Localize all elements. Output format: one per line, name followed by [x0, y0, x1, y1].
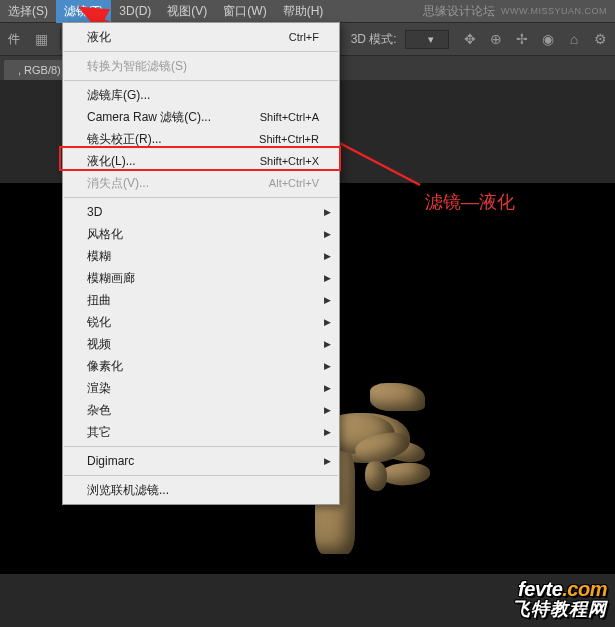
menu-item-label: 3D [87, 205, 319, 219]
mode-select[interactable]: ▾ [405, 30, 449, 49]
menu-blur-submenu[interactable]: 模糊▶ [63, 245, 339, 267]
home-icon[interactable]: ⌂ [563, 28, 585, 50]
menu-video-submenu[interactable]: 视频▶ [63, 333, 339, 355]
menubar: 选择(S) 滤镜(T) 3D(D) 视图(V) 窗口(W) 帮助(H) 思缘设计… [0, 0, 615, 22]
menu-item-shortcut: Shift+Ctrl+R [259, 133, 319, 145]
move-icon[interactable]: ✢ [511, 28, 533, 50]
chevron-right-icon: ▶ [324, 339, 331, 349]
chevron-right-icon: ▶ [324, 295, 331, 305]
menu-3d-submenu[interactable]: 3D▶ [63, 201, 339, 223]
chevron-right-icon: ▶ [324, 229, 331, 239]
menu-3d[interactable]: 3D(D) [111, 1, 159, 21]
menu-convert-smart-filter[interactable]: 转换为智能滤镜(S) [63, 55, 339, 77]
menu-filter-gallery[interactable]: 滤镜库(G)... [63, 84, 339, 106]
toolbar-partial-label: 件 [4, 31, 24, 48]
menu-separator [64, 51, 338, 52]
menu-noise-submenu[interactable]: 杂色▶ [63, 399, 339, 421]
menu-blur-gallery-submenu[interactable]: 模糊画廊▶ [63, 267, 339, 289]
menu-browse-online[interactable]: 浏览联机滤镜... [63, 479, 339, 501]
pan-icon[interactable]: ⊕ [485, 28, 507, 50]
menu-item-label: 锐化 [87, 314, 319, 331]
separator [60, 28, 61, 50]
chevron-right-icon: ▶ [324, 207, 331, 217]
mode-label: 3D 模式: [351, 31, 399, 48]
menu-item-label: 杂色 [87, 402, 319, 419]
menu-separator [64, 80, 338, 81]
grid-icon[interactable]: ▦ [30, 28, 52, 50]
menu-last-filter[interactable]: 液化 Ctrl+F [63, 26, 339, 48]
chevron-right-icon: ▶ [324, 251, 331, 261]
menu-item-label: 转换为智能滤镜(S) [87, 58, 319, 75]
menu-item-label: 其它 [87, 424, 319, 441]
menu-other-submenu[interactable]: 其它▶ [63, 421, 339, 443]
menu-item-label: 液化(L)... [87, 153, 260, 170]
menu-item-label: 视频 [87, 336, 319, 353]
chevron-right-icon: ▶ [324, 456, 331, 466]
watermark-line2: 飞特教程网 [512, 597, 607, 621]
menu-item-label: Digimarc [87, 454, 319, 468]
menu-item-label: 渲染 [87, 380, 319, 397]
menu-item-shortcut: Ctrl+F [289, 31, 319, 43]
menu-item-label: 模糊 [87, 248, 319, 265]
forum-url: WWW.MISSYUAN.COM [501, 6, 607, 16]
menu-item-label: 风格化 [87, 226, 319, 243]
menu-item-label: 滤镜库(G)... [87, 87, 319, 104]
menu-separator [64, 475, 338, 476]
chevron-right-icon: ▶ [324, 361, 331, 371]
chevron-right-icon: ▶ [324, 273, 331, 283]
menu-item-label: 扭曲 [87, 292, 319, 309]
menu-item-label: 镜头校正(R)... [87, 131, 259, 148]
chevron-right-icon: ▶ [324, 383, 331, 393]
menu-item-shortcut: Alt+Ctrl+V [269, 177, 319, 189]
menu-vanishing-point[interactable]: 消失点(V)... Alt+Ctrl+V [63, 172, 339, 194]
menu-digimarc-submenu[interactable]: Digimarc▶ [63, 450, 339, 472]
menu-filter[interactable]: 滤镜(T) [56, 0, 111, 23]
look-icon[interactable]: ◉ [537, 28, 559, 50]
menu-item-label: 液化 [87, 29, 289, 46]
menu-select[interactable]: 选择(S) [0, 0, 56, 23]
forum-name: 思缘设计论坛 [423, 3, 495, 20]
menu-item-label: Camera Raw 滤镜(C)... [87, 109, 260, 126]
chevron-right-icon: ▶ [324, 317, 331, 327]
menu-item-label: 消失点(V)... [87, 175, 269, 192]
menu-separator [64, 446, 338, 447]
chevron-right-icon: ▶ [324, 405, 331, 415]
menu-render-submenu[interactable]: 渲染▶ [63, 377, 339, 399]
menu-separator [64, 197, 338, 198]
menu-help[interactable]: 帮助(H) [275, 0, 332, 23]
menu-pixelate-submenu[interactable]: 像素化▶ [63, 355, 339, 377]
menu-item-label: 模糊画廊 [87, 270, 319, 287]
menu-window[interactable]: 窗口(W) [215, 0, 274, 23]
menu-sharpen-submenu[interactable]: 锐化▶ [63, 311, 339, 333]
menu-camera-raw[interactable]: Camera Raw 滤镜(C)... Shift+Ctrl+A [63, 106, 339, 128]
menu-stylize-submenu[interactable]: 风格化▶ [63, 223, 339, 245]
orbit-icon[interactable]: ✥ [459, 28, 481, 50]
watermark: fevte.com 飞特教程网 [512, 578, 607, 621]
gear-icon[interactable]: ⚙ [589, 28, 611, 50]
menu-item-label: 浏览联机滤镜... [87, 482, 319, 499]
filter-dropdown: 液化 Ctrl+F 转换为智能滤镜(S) 滤镜库(G)... Camera Ra… [62, 22, 340, 505]
menu-distort-submenu[interactable]: 扭曲▶ [63, 289, 339, 311]
menu-liquify[interactable]: 液化(L)... Shift+Ctrl+X [63, 150, 339, 172]
chevron-right-icon: ▶ [324, 427, 331, 437]
annotation-text: 滤镜—液化 [425, 190, 515, 214]
menu-item-shortcut: Shift+Ctrl+A [260, 111, 319, 123]
menu-lens-correction[interactable]: 镜头校正(R)... Shift+Ctrl+R [63, 128, 339, 150]
menu-item-shortcut: Shift+Ctrl+X [260, 155, 319, 167]
menu-item-label: 像素化 [87, 358, 319, 375]
menu-view[interactable]: 视图(V) [159, 0, 215, 23]
